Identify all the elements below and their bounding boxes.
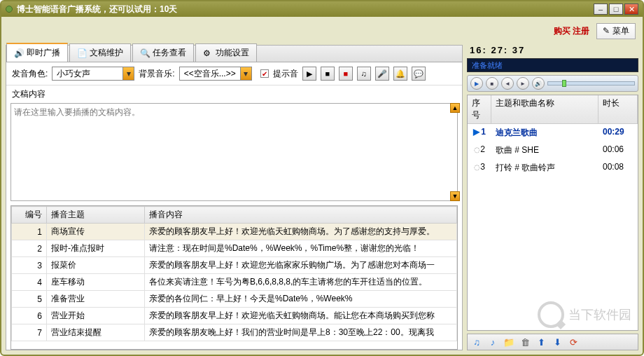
broadcast-toolbar: 发音角色: 小巧女声 ▾ 背景音乐: <<空音乐...>> ▾ ✔ 提示音 ▶ … [6, 62, 462, 85]
maximize-button[interactable]: □ [609, 4, 623, 15]
voice-dropdown[interactable]: 小巧女声 ▾ [52, 67, 134, 81]
scroll-up-button[interactable]: ▲ [450, 103, 460, 113]
playlist-toolbar: ♫ ♪ 📁 🗑 ⬆ ⬇ ⟳ [467, 334, 638, 350]
table-row[interactable]: 2报时-准点报时请注意：现在时间是%Date%，%Week%，%Time%整，谢… [12, 240, 457, 257]
close-button[interactable]: ✕ [624, 4, 638, 15]
scroll-down-button[interactable]: ▼ [450, 191, 460, 201]
document-icon: 📄 [77, 48, 87, 58]
status-marquee: 准备就绪 [467, 58, 638, 72]
chevron-down-icon: ▾ [240, 67, 251, 80]
voice-value: 小巧女声 [52, 68, 122, 80]
search-icon: 🔍 [140, 48, 150, 58]
app-icon [6, 6, 13, 13]
player-prev-button[interactable]: ◄ [501, 77, 514, 90]
tab-document-maintain[interactable]: 📄 文稿维护 [69, 43, 131, 62]
bgm-dropdown[interactable]: <<空音乐...>> ▾ [179, 67, 252, 81]
table-row[interactable]: 6营业开始亲爱的顾客朋友早上好！欢迎光临天虹购物商场。能让您在本商场购买到您称 [12, 308, 457, 324]
playlist-col-num[interactable]: 序号 [468, 95, 491, 123]
chat-button[interactable]: 💬 [412, 67, 426, 81]
playlist-row[interactable]: ▶1迪克兰歌曲00:29 [468, 124, 638, 142]
hint-label: 提示音 [273, 68, 298, 80]
playlist: 序号 主题和歌曲名称 时长 ▶1迪克兰歌曲00:29◌2歌曲 # SHE00:0… [467, 95, 638, 331]
tab-settings[interactable]: ⚙ 功能设置 [195, 43, 257, 62]
top-toolbar: 购买 注册 ✎ 菜单 [1, 17, 643, 45]
table-row[interactable]: 7营业结束提醒亲爱的顾客朋友晚上好！我们的营业时间是早上8：30至晚上22：00… [12, 324, 457, 341]
add-music-icon[interactable]: ♫ [470, 336, 483, 348]
refresh-icon[interactable]: ⟳ [567, 336, 580, 348]
player-volume-button[interactable]: 🔊 [532, 77, 545, 90]
table-row[interactable]: 3报菜价亲爱的顾客朋友早上好！欢迎您光临家家乐购物广场。为了感谢您对本商场一 [12, 257, 457, 274]
player-stop-button[interactable]: ■ [486, 77, 498, 90]
record-button[interactable]: ■ [339, 67, 353, 81]
table-row[interactable]: 1商场宣传亲爱的顾客朋友早上好！欢迎光临天虹购物商场。为了感谢您的支持与厚爱。 [12, 224, 457, 240]
tab-label: 文稿维护 [90, 47, 123, 59]
player-play-button[interactable]: ▶ [470, 77, 483, 90]
play-button[interactable]: ▶ [302, 67, 316, 81]
menu-label: 菜单 [612, 25, 629, 37]
register-link[interactable]: 购买 注册 [554, 25, 589, 37]
music-button[interactable]: ♫ [357, 67, 371, 81]
bgm-label: 背景音乐: [139, 68, 174, 80]
bgm-value: <<空音乐...>> [180, 68, 240, 80]
add-item-icon[interactable]: ♪ [486, 336, 499, 348]
delete-icon[interactable]: 🗑 [519, 336, 531, 348]
tab-label: 任务查看 [153, 47, 186, 59]
tab-label: 即时广播 [27, 47, 60, 59]
table-row[interactable]: 4座车移动各位来宾请注意！车号为粤B,6,6,8,8,8,的车主请将您的车开往适… [12, 274, 457, 291]
gear-icon: ⚙ [203, 48, 213, 58]
table-row[interactable]: 5准备营业亲爱的各位同仁：早上好！今天是%Date%，%Week% [12, 291, 457, 308]
media-player: ▶ ■ ◄ ► 🔊 [467, 75, 638, 92]
content-label: 文稿内容 [6, 85, 462, 103]
window-title: 博士智能语音广播系统，还可以试用：10天 [17, 4, 594, 15]
edit-icon: ✎ [603, 26, 610, 36]
player-next-button[interactable]: ► [517, 77, 529, 90]
tab-instant-broadcast[interactable]: 🔊 即时广播 [6, 43, 68, 62]
mic-button[interactable]: 🎤 [375, 67, 389, 81]
broadcast-table: 编号 播音主题 播音内容 1商场宣传亲爱的顾客朋友早上好！欢迎光临天虹购物商场。… [10, 205, 458, 350]
move-down-icon[interactable]: ⬇ [551, 336, 564, 348]
clock: 16: 27: 37 [467, 45, 638, 55]
notify-button[interactable]: 🔔 [393, 67, 407, 81]
tab-bar: 🔊 即时广播 📄 文稿维护 🔍 任务查看 ⚙ 功能设置 [6, 46, 462, 62]
playlist-col-name[interactable]: 主题和歌曲名称 [491, 95, 598, 123]
minimize-button[interactable]: – [594, 4, 608, 15]
playlist-row[interactable]: ◌3打铃 # 歌曲铃声00:08 [468, 159, 638, 177]
playlist-row[interactable]: ◌2歌曲 # SHE00:06 [468, 142, 638, 159]
playlist-col-dur[interactable]: 时长 [598, 95, 638, 123]
volume-slider[interactable] [547, 81, 635, 85]
col-number[interactable]: 编号 [12, 207, 47, 224]
menu-button[interactable]: ✎ 菜单 [596, 23, 636, 39]
move-up-icon[interactable]: ⬆ [535, 336, 547, 348]
col-topic[interactable]: 播音主题 [47, 207, 145, 224]
voice-label: 发音角色: [12, 68, 48, 80]
content-editor[interactable] [10, 103, 458, 201]
titlebar: 博士智能语音广播系统，还可以试用：10天 – □ ✕ [1, 1, 643, 17]
col-content[interactable]: 播音内容 [145, 207, 457, 224]
right-panel: 16: 27: 37 准备就绪 ▶ ■ ◄ ► 🔊 序号 主题和歌曲名称 时长 … [467, 45, 638, 350]
chevron-down-icon: ▾ [122, 67, 134, 80]
hint-checkbox[interactable]: ✔ [260, 69, 269, 78]
add-folder-icon[interactable]: 📁 [503, 336, 515, 348]
left-panel: 🔊 即时广播 📄 文稿维护 🔍 任务查看 ⚙ 功能设置 发音角色: [6, 45, 463, 350]
speaker-icon: 🔊 [14, 48, 24, 58]
tab-label: 功能设置 [216, 47, 249, 59]
tab-task-view[interactable]: 🔍 任务查看 [132, 43, 194, 62]
stop-button[interactable]: ■ [321, 67, 335, 81]
